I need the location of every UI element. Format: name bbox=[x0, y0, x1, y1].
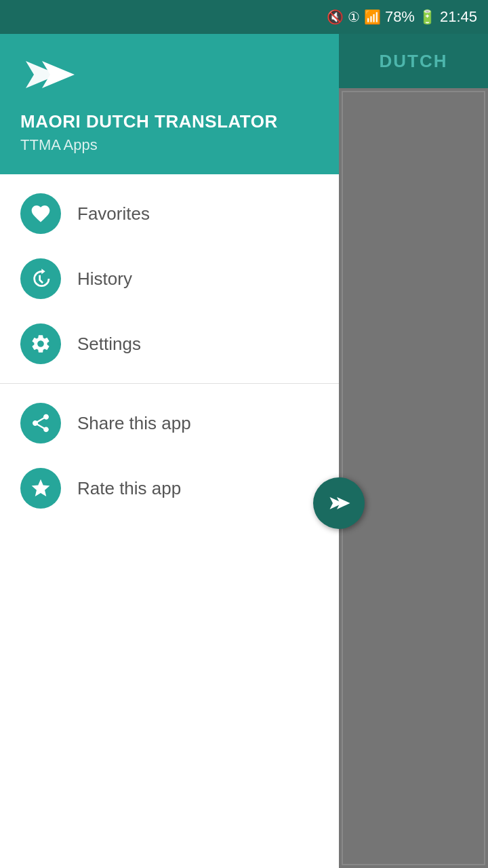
drawer-logo bbox=[20, 54, 319, 98]
dutch-label: DUTCH bbox=[380, 51, 448, 72]
star-icon bbox=[30, 477, 52, 499]
share-icon-circle bbox=[20, 403, 61, 443]
drawer-subtitle: TTMA Apps bbox=[20, 136, 319, 154]
signal-icon: 📶 bbox=[364, 9, 381, 25]
battery-text: 78% bbox=[385, 8, 415, 26]
menu-item-settings[interactable]: Settings bbox=[0, 311, 339, 376]
rate-label: Rate this app bbox=[77, 478, 181, 499]
app-bg-content bbox=[342, 91, 485, 865]
share-label: Share this app bbox=[77, 413, 191, 434]
mute-icon: 🔇 bbox=[327, 9, 344, 25]
favorites-icon-circle bbox=[20, 193, 61, 234]
drawer-menu: Favorites History Set bbox=[0, 174, 339, 868]
menu-item-share[interactable]: Share this app bbox=[0, 391, 339, 456]
rate-icon-circle bbox=[20, 468, 61, 509]
history-label: History bbox=[77, 269, 132, 290]
time-display: 21:45 bbox=[440, 8, 477, 26]
app-logo-icon bbox=[20, 54, 75, 95]
status-bar: 🔇 ① 📶 78% 🔋 21:45 bbox=[0, 0, 488, 34]
menu-item-rate[interactable]: Rate this app bbox=[0, 456, 339, 521]
menu-divider bbox=[0, 383, 339, 384]
navigation-drawer: MAORI DUTCH TRANSLATOR TTMA Apps Favorit… bbox=[0, 34, 339, 868]
settings-label: Settings bbox=[77, 334, 141, 355]
gear-icon bbox=[30, 333, 52, 355]
share-icon bbox=[30, 412, 52, 434]
drawer-title: MAORI DUTCH TRANSLATOR bbox=[20, 111, 319, 132]
history-icon-circle bbox=[20, 258, 61, 299]
app-background: DUTCH bbox=[339, 34, 488, 868]
app-container: MAORI DUTCH TRANSLATOR TTMA Apps Favorit… bbox=[0, 34, 488, 868]
sim-icon: ① bbox=[348, 9, 360, 25]
drawer-header: MAORI DUTCH TRANSLATOR TTMA Apps bbox=[0, 34, 339, 174]
settings-icon-circle bbox=[20, 323, 61, 364]
clock-icon bbox=[30, 268, 52, 290]
favorites-label: Favorites bbox=[77, 203, 150, 224]
app-bg-header: DUTCH bbox=[339, 34, 488, 88]
fab-arrow-icon bbox=[327, 491, 351, 515]
menu-item-history[interactable]: History bbox=[0, 246, 339, 311]
heart-icon bbox=[30, 203, 52, 224]
menu-item-favorites[interactable]: Favorites bbox=[0, 181, 339, 246]
fab-translate-button[interactable] bbox=[313, 477, 365, 529]
status-icons: 🔇 ① 📶 78% 🔋 21:45 bbox=[327, 8, 477, 26]
battery-icon: 🔋 bbox=[419, 9, 436, 25]
